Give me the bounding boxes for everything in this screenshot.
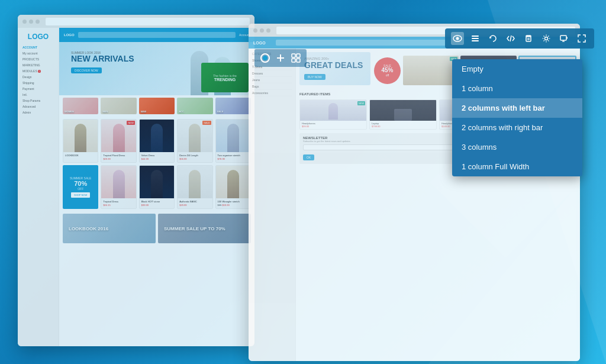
trending-title: TRENDING (214, 78, 236, 82)
hero-title: NEW ARRIVALS (71, 54, 134, 63)
sidebar-item-shipping[interactable]: Shipping (21, 80, 56, 86)
special-pct: 70% (74, 180, 87, 187)
sidebar-item-marketing[interactable]: MARKETING (21, 62, 56, 68)
product-card-9[interactable]: 100 Wrangler stretch $25 $19.99 (215, 165, 251, 209)
builder-grid-icon[interactable] (290, 52, 302, 64)
cat-item-sale[interactable]: SALE (215, 98, 251, 114)
product-img-2: NEW (101, 120, 136, 152)
settings-icon[interactable] (540, 32, 553, 45)
product-card-6[interactable]: Tropical Dress $24.15 (101, 165, 136, 209)
product-info-4: Denim 3/4 Length $56.99 (178, 152, 212, 162)
mini-product-1[interactable]: NEW (403, 56, 459, 85)
browser-dot-2 (29, 20, 33, 24)
product-figure-6 (113, 170, 125, 198)
layers-icon[interactable] (469, 32, 482, 45)
featured-product-img-1: NEW (300, 100, 366, 121)
featured-product-2[interactable]: Laptop $799.00 (369, 99, 437, 130)
hero-text: SUMMER LOOK 2016 NEW ARRIVALS DISCOVER N… (71, 51, 134, 74)
site-content-left: LOGO ACCOUNT My account PRODUCTS MARKETI… (18, 28, 254, 346)
footer-banner-sale[interactable]: SUMMER SALE UP TO 70% (158, 214, 251, 243)
sidebar-item-design[interactable]: Design (21, 74, 56, 80)
cat-item-men[interactable]: MEN (101, 98, 136, 114)
delete-icon[interactable] (522, 32, 535, 45)
hero-button[interactable]: DISCOVER NOW (71, 67, 102, 73)
product-card-3[interactable]: Velvet Dress $44.99 (139, 119, 175, 163)
product-figure-8 (189, 170, 201, 198)
product-price-7: $39.99 (141, 204, 172, 207)
dropdown-item-1col[interactable]: 1 column (452, 79, 582, 98)
product-card-5[interactable]: Two organiser stretch $78.99 (215, 119, 251, 163)
svg-rect-19 (292, 54, 295, 57)
product-info-9: 100 Wrangler stretch $25 $19.99 (216, 198, 250, 208)
sidebar-item-modules[interactable]: MODULES ! (21, 68, 56, 74)
undo-icon[interactable] (486, 32, 499, 45)
sale-circle: SALE 45% off (374, 57, 401, 84)
sidebar-item-shopparams[interactable]: Shop Params (21, 98, 56, 104)
site2-cat-dresses[interactable]: Dresses (252, 70, 292, 77)
dropdown-item-1col-full[interactable]: 1 column Full Width (452, 157, 582, 176)
eye-icon[interactable] (451, 32, 464, 45)
product-card-4[interactable]: SALE Denim 3/4 Length $56.99 (177, 119, 212, 163)
builder-element-icon[interactable] (259, 52, 271, 64)
product-card-special[interactable]: SUMMER SALE 70% OFF SHOP NOW (63, 165, 98, 209)
product-price-9: $25 $19.99 (218, 204, 249, 207)
sidebar-item-payment[interactable]: Payment (21, 86, 56, 92)
site2-cat-accessories[interactable]: Accessories (252, 90, 292, 96)
product-name-7: Black HOT! stone (141, 200, 172, 203)
product-price-3: $44.99 (141, 157, 172, 160)
site2-cat-bags[interactable]: Bags (252, 83, 292, 90)
product-card-2[interactable]: NEW Tropical Floral Dress $29.99 (101, 119, 136, 163)
product-card-1[interactable]: LOOKBOOK (63, 119, 98, 163)
featured-info-2: Laptop $799.00 (370, 121, 436, 129)
product-price-4: $56.99 (179, 157, 210, 160)
product-price-6: $24.15 (103, 204, 134, 207)
product-info-5: Two organiser stretch $78.99 (216, 152, 250, 162)
product-info-7: Black HOT! stone $39.99 (140, 198, 174, 208)
special-btn[interactable]: SHOP NOW (71, 192, 90, 198)
dropdown-item-3col[interactable]: 3 columns (452, 137, 582, 157)
dropdown-item-2col-left[interactable]: 2 columns with left bar (452, 98, 582, 118)
newsletter-submit[interactable]: OK (303, 154, 314, 160)
category-row: WOMEN MEN NEW ACC. SALE (59, 95, 254, 117)
svg-rect-21 (292, 59, 295, 62)
sidebar-item-admin[interactable]: Admin (21, 109, 56, 115)
svg-point-16 (263, 56, 267, 60)
cat-label-women: WOMEN (65, 110, 74, 113)
product-name-6: Tropical Dress (103, 200, 134, 203)
product-price-8: $29.99 (179, 204, 210, 207)
sidebar-item-myaccount[interactable]: My account (21, 50, 56, 56)
code-icon[interactable] (504, 32, 517, 45)
site-logo-top: LOGO (64, 33, 75, 37)
tag-orange-4: SALE (202, 121, 211, 125)
cat-item-women[interactable]: WOMEN (63, 98, 98, 114)
dropdown-item-empty[interactable]: Empty (452, 59, 582, 79)
sidebar-item-products[interactable]: PRODUCTS (21, 56, 56, 62)
featured-figure-1 (328, 103, 338, 120)
trending-box: The fashion is the TRENDING (201, 63, 249, 92)
product-grid-row2: SUMMER SALE 70% OFF SHOP NOW Tropical Dr… (59, 165, 254, 211)
browser-dot-1 (22, 20, 27, 24)
product-img-5 (216, 120, 250, 152)
footer-banner-lookbook[interactable]: LOOKBOOK 2016 (63, 214, 156, 243)
sidebar-item-account[interactable]: ACCOUNT (21, 44, 56, 50)
product-card-8[interactable]: Authentic BASIC $29.99 (177, 165, 212, 209)
product-figure-9 (227, 170, 239, 198)
cat-label-new: NEW (141, 110, 146, 113)
svg-rect-22 (296, 59, 300, 62)
product-figure-3 (151, 124, 163, 152)
deal-button[interactable]: BUY NOW (304, 74, 325, 80)
sidebar-item-advanced[interactable]: Advanced (21, 104, 56, 109)
svg-point-9 (545, 37, 548, 40)
dropdown-item-2col-right[interactable]: 2 columns with right bar (452, 118, 582, 137)
featured-price-1: $99.00 (302, 125, 365, 128)
featured-product-1[interactable]: NEW Headphones $99.00 (299, 99, 367, 130)
product-card-7[interactable]: Black HOT! stone $39.99 (139, 165, 175, 209)
sidebar-item-international[interactable]: Intl. (21, 92, 56, 98)
device-icon[interactable] (557, 32, 570, 45)
fullscreen-icon[interactable] (575, 32, 588, 45)
builder-add-icon[interactable] (275, 52, 286, 64)
cat-item-new[interactable]: NEW (139, 98, 175, 114)
cat-item-accessories[interactable]: ACC. (177, 98, 212, 114)
site2-cat-jeans[interactable]: Jeans (252, 77, 292, 83)
cat-label-men: MEN (102, 110, 108, 113)
